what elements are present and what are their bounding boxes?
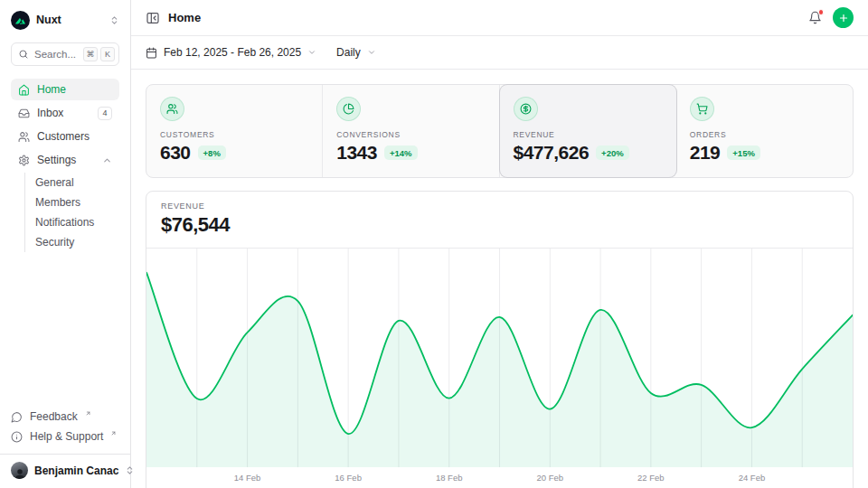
sidebar-item-members[interactable]: Members [25, 192, 119, 212]
sidebar-item-label: Home [37, 83, 66, 96]
feedback-label: Feedback [30, 410, 78, 423]
x-tick-label: 16 Feb [335, 473, 362, 483]
search-icon [18, 49, 29, 60]
filter-toolbar: Feb 12, 2025 - Feb 26, 2025 Daily [131, 36, 868, 70]
stat-label: ORDERS [690, 130, 839, 139]
workspace-name: Nuxt [36, 14, 61, 26]
stat-value: 219 [690, 142, 721, 164]
page-title: Home [168, 11, 201, 24]
stat-delta-badge: +20% [596, 145, 629, 160]
stat-card-customers[interactable]: CUSTOMERS 630 +8% [146, 85, 323, 177]
workspace-switcher[interactable]: Nuxt [11, 9, 119, 31]
notifications-button[interactable] [808, 11, 822, 24]
sidebar-item-customers[interactable]: Customers [11, 126, 119, 147]
stat-label: REVENUE [514, 130, 662, 139]
date-range-picker[interactable]: Feb 12, 2025 - Feb 26, 2025 [146, 46, 316, 59]
nuxt-logo-icon [11, 11, 30, 30]
external-link-icon [110, 430, 117, 436]
avatar [11, 462, 28, 479]
help-support-link[interactable]: Help & Support [11, 427, 119, 446]
x-tick-label: 20 Feb [536, 473, 563, 483]
stat-delta-badge: +14% [384, 145, 418, 160]
chevrons-up-down-icon [109, 15, 119, 25]
stat-card-revenue[interactable]: REVENUE $477,626 +20% [500, 85, 676, 177]
x-tick-label: 24 Feb [739, 473, 766, 483]
stat-delta-badge: +15% [727, 145, 760, 160]
stat-value: 630 [160, 142, 191, 164]
plus-icon [838, 13, 849, 23]
page-content: CUSTOMERS 630 +8% CONVERSIONS 1343 +14% [131, 70, 868, 488]
currency-dollar-icon [514, 97, 538, 121]
sidebar-collapse-button[interactable] [146, 11, 160, 25]
top-header: Home [131, 0, 868, 36]
chart-pie-icon [336, 97, 361, 121]
external-link-icon [85, 410, 91, 417]
kbd-cmd: ⌘ [83, 47, 98, 61]
chart-metric-label: REVENUE [161, 202, 838, 211]
stat-label: CONVERSIONS [336, 130, 485, 139]
chevron-down-icon [367, 48, 376, 57]
revenue-chart-card: REVENUE $76,544 14 Feb16 Feb18 Feb20 Feb… [146, 191, 854, 488]
chevron-down-icon [307, 48, 316, 57]
stat-card-orders[interactable]: ORDERS 219 +15% [676, 85, 853, 177]
date-range-label: Feb 12, 2025 - Feb 26, 2025 [164, 46, 301, 59]
users-icon [18, 131, 30, 143]
sidebar-item-settings[interactable]: Settings [11, 149, 119, 171]
period-select[interactable]: Daily [336, 46, 376, 59]
header-actions [808, 7, 854, 28]
stat-value: $477,626 [514, 142, 590, 164]
chevron-up-icon [102, 155, 112, 165]
sidebar-spacer [11, 252, 119, 407]
settings-subnav: General Members Notifications Security [24, 173, 119, 252]
home-icon [18, 84, 30, 96]
main-area: Home Feb 12, 2025 - Feb 26, 2025 [131, 0, 868, 488]
sidebar-nav: Home Inbox 4 Customers Settings [11, 79, 119, 252]
revenue-chart-plot[interactable] [146, 249, 853, 467]
calendar-icon [146, 47, 157, 59]
sidebar: Nuxt Search... ⌘K Home [0, 0, 131, 488]
x-tick-label: 22 Feb [637, 473, 665, 483]
help-support-label: Help & Support [30, 430, 103, 443]
chart-x-axis: 14 Feb16 Feb18 Feb20 Feb22 Feb24 Feb [146, 467, 853, 488]
user-menu[interactable]: Benjamin Canac [0, 454, 130, 483]
sidebar-item-label: Inbox [37, 107, 63, 119]
stat-delta-badge: +8% [198, 145, 226, 160]
x-tick-label: 18 Feb [436, 473, 463, 483]
sidebar-item-general[interactable]: General [25, 173, 119, 192]
chart-metric-value: $76,544 [161, 213, 838, 237]
period-label: Daily [336, 46, 361, 59]
user-name: Benjamin Canac [34, 465, 118, 477]
info-circle-icon [11, 431, 23, 443]
notification-dot [818, 9, 825, 15]
app-root: Nuxt Search... ⌘K Home [0, 0, 868, 488]
sidebar-item-label: Settings [37, 154, 76, 166]
search-shortcut: ⌘K [83, 47, 115, 61]
users-icon [160, 97, 184, 121]
stat-label: CUSTOMERS [160, 130, 308, 139]
sidebar-item-label: Customers [37, 130, 90, 143]
stat-value: 1343 [336, 142, 377, 164]
add-button[interactable] [833, 7, 854, 28]
area-chart-svg [146, 249, 853, 467]
stat-card-conversions[interactable]: CONVERSIONS 1343 +14% [323, 85, 499, 177]
feedback-link[interactable]: Feedback [11, 407, 119, 427]
chat-bubble-icon [11, 411, 23, 423]
inbox-icon [18, 108, 30, 119]
stats-row: CUSTOMERS 630 +8% CONVERSIONS 1343 +14% [146, 84, 854, 178]
sidebar-item-security[interactable]: Security [25, 232, 119, 252]
sidebar-item-inbox[interactable]: Inbox 4 [11, 102, 119, 124]
kbd-k: K [100, 47, 115, 61]
sidebar-item-notifications[interactable]: Notifications [25, 212, 119, 232]
chart-header: REVENUE $76,544 [146, 192, 853, 249]
x-tick-label: 14 Feb [234, 473, 261, 483]
sidebar-item-home[interactable]: Home [11, 79, 119, 100]
search-placeholder: Search... [34, 49, 78, 60]
shopping-cart-icon [690, 97, 714, 121]
inbox-count-badge: 4 [98, 107, 112, 120]
search-input[interactable]: Search... ⌘K [11, 42, 119, 66]
gear-icon [18, 155, 30, 166]
